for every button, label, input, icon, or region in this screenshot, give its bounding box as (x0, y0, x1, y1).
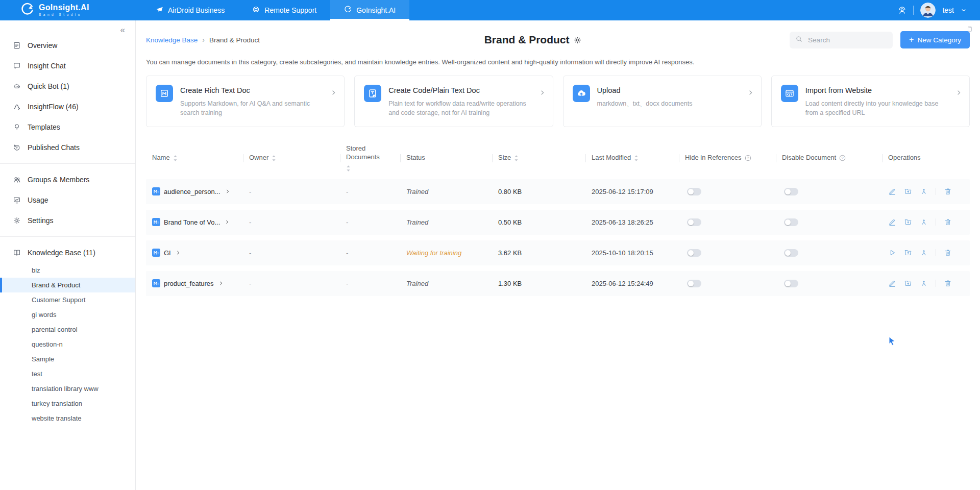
tab-goinsight-ai[interactable]: GoInsight.AI (330, 0, 409, 20)
document-name[interactable]: product_features (164, 280, 214, 287)
sidebar-item-usage[interactable]: Usage (0, 190, 135, 210)
row-expand-icon[interactable] (218, 281, 224, 286)
logo-text: GoInsight.AI Sand Studio (39, 4, 89, 17)
hide-in-references-toggle[interactable] (687, 249, 701, 257)
cell-disable-document (776, 249, 882, 257)
sidebar-item-knowledge-base-11[interactable]: Knowledge Base (11) (0, 242, 135, 263)
sidebar-item-overview[interactable]: Overview (0, 35, 135, 56)
kb-category-biz[interactable]: biz (0, 263, 135, 278)
row-expand-icon[interactable] (225, 219, 230, 225)
play-icon[interactable] (888, 249, 896, 257)
folder-export-icon[interactable] (904, 279, 912, 287)
row-expand-icon[interactable] (176, 250, 181, 255)
table-header: Name Owner Stored Documents Status Size … (146, 141, 970, 175)
toggle-knob (785, 219, 791, 225)
kb-category-turkey-translation[interactable]: turkey translation (0, 396, 135, 411)
split-icon[interactable] (920, 249, 928, 257)
kb-category-parental-control[interactable]: parental control (0, 322, 135, 337)
chat-icon (13, 62, 21, 70)
card-create-rich-text-doc[interactable]: Create Rich Text Doc Supports Markdown, … (146, 76, 345, 127)
chevron-down-icon[interactable] (961, 7, 967, 13)
hide-in-references-toggle[interactable] (687, 218, 701, 226)
page-description: You can manage documents in this categor… (146, 58, 970, 66)
category-settings-icon[interactable] (574, 36, 582, 44)
support-icon[interactable] (898, 6, 906, 15)
disable-document-toggle[interactable] (784, 188, 798, 195)
kb-category-website-translate[interactable]: website translate (0, 411, 135, 426)
document-name[interactable]: audience_person... (164, 188, 220, 195)
info-icon[interactable]: ? (745, 155, 751, 161)
info-icon[interactable]: ? (839, 155, 846, 161)
delete-icon[interactable] (944, 279, 952, 287)
delete-icon[interactable] (944, 218, 952, 226)
new-category-label: New Category (917, 36, 961, 44)
edit-icon[interactable] (888, 187, 896, 195)
tab-airdroid-business[interactable]: AirDroid Business (142, 0, 238, 20)
sort-icon[interactable] (272, 155, 276, 162)
kb-category-translation-library-www[interactable]: translation library www (0, 381, 135, 396)
folder-export-icon[interactable] (904, 187, 912, 195)
delete-icon[interactable] (944, 249, 952, 257)
split-icon[interactable] (920, 218, 928, 226)
card-upload[interactable]: Upload markdown、txt、docx documents (563, 76, 762, 127)
split-icon[interactable] (920, 187, 928, 195)
richtext-doc-icon (156, 85, 173, 102)
operations-divider (936, 218, 936, 226)
sidebar-menu: Overview Insight Chat Quick Bot (1) Insi… (0, 35, 135, 263)
kb-category-gi-words[interactable]: gi words (0, 307, 135, 322)
folder-export-icon[interactable] (904, 218, 912, 226)
breadcrumb-parent-link[interactable]: Knowledge Base (146, 36, 198, 44)
column-label: Name (152, 154, 170, 162)
folder-export-icon[interactable] (904, 249, 912, 257)
clipboard-icon[interactable] (966, 26, 973, 35)
document-name[interactable]: Brand Tone of Vo... (164, 218, 220, 226)
card-create-code-plain-text-doc[interactable]: Create Code/Plain Text Doc Plain text fo… (354, 76, 553, 127)
sidebar-item-settings[interactable]: Settings (0, 210, 135, 231)
disable-document-toggle[interactable] (784, 249, 798, 257)
toggle-knob (785, 250, 791, 256)
sidebar-item-templates[interactable]: Templates (0, 117, 135, 137)
search-input[interactable] (807, 36, 884, 44)
column-header-name: Name (146, 151, 243, 165)
avatar[interactable] (920, 3, 936, 18)
sidebar-item-quick-bot-1[interactable]: Quick Bot (1) (0, 76, 135, 96)
cell-name: product_features (146, 279, 243, 287)
search-box[interactable] (790, 32, 893, 48)
sidebar-item-label: Settings (28, 216, 54, 225)
tab-remote-support[interactable]: Remote Support (238, 0, 330, 20)
disable-document-toggle[interactable] (784, 218, 798, 226)
column-header-size: Size (492, 151, 585, 165)
disable-document-toggle[interactable] (784, 280, 798, 287)
delete-icon[interactable] (944, 187, 952, 195)
sort-icon[interactable] (173, 155, 178, 162)
status-badge: Trained (406, 188, 428, 195)
sidebar-item-published-chats[interactable]: Published Chats (0, 137, 135, 158)
kb-category-test[interactable]: test (0, 366, 135, 381)
user-name[interactable]: test (942, 6, 954, 14)
sidebar-item-insightflow-46[interactable]: InsightFlow (46) (0, 96, 135, 117)
kb-category-question-n[interactable]: question-n (0, 337, 135, 352)
card-import-from-website[interactable]: Import from Website Load content directl… (771, 76, 970, 127)
new-category-button[interactable]: + New Category (900, 31, 970, 48)
sort-icon[interactable] (514, 155, 519, 162)
document-name[interactable]: GI (164, 249, 171, 257)
sort-icon[interactable] (346, 165, 351, 172)
hide-in-references-toggle[interactable] (687, 188, 701, 195)
edit-icon[interactable] (888, 279, 896, 287)
kb-category-sample[interactable]: Sample (0, 352, 135, 366)
edit-icon[interactable] (888, 218, 896, 226)
sort-icon[interactable] (634, 155, 639, 162)
hide-in-references-toggle[interactable] (687, 280, 701, 287)
toggle-knob (785, 189, 791, 194)
kb-category-brand-product[interactable]: Brand & Product (0, 278, 135, 292)
sidebar-item-groups-members[interactable]: Groups & Members (0, 169, 135, 190)
cell-last-modified: 2025-06-12 15:24:49 (585, 280, 679, 287)
app-logo[interactable]: GoInsight.AI Sand Studio (0, 0, 136, 20)
row-expand-icon[interactable] (225, 189, 230, 194)
sidebar-collapse-button[interactable]: « (0, 22, 135, 35)
cell-stored-documents: - (340, 188, 400, 195)
split-icon[interactable] (920, 279, 928, 287)
kb-category-customer-support[interactable]: Customer Support (0, 292, 135, 307)
sidebar-item-insight-chat[interactable]: Insight Chat (0, 56, 135, 76)
kb-category-label: question-n (32, 340, 63, 348)
